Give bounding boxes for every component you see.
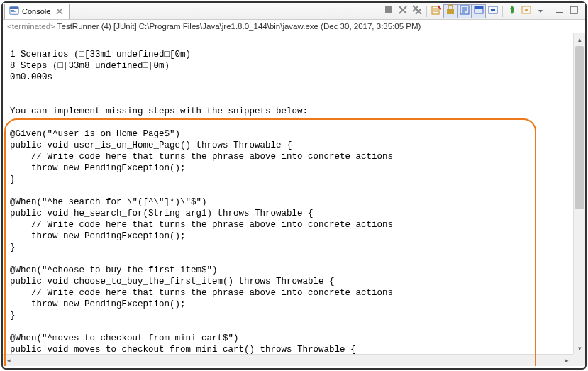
scroll-lock-icon: [445, 4, 456, 18]
svg-rect-4: [385, 6, 392, 13]
status-text: TestRunner (4) [JUnit] C:\Program Files\…: [55, 22, 421, 31]
toolbar-separator: [426, 6, 427, 17]
maximize-button[interactable]: [567, 4, 581, 18]
pin-button[interactable]: [505, 4, 519, 18]
toolbar-separator: [502, 6, 503, 17]
display-selected-icon: [521, 4, 532, 18]
word-wrap-button[interactable]: [457, 4, 472, 18]
close-icon[interactable]: [55, 6, 65, 16]
scroll-left-icon[interactable]: ◂: [3, 355, 15, 366]
remove-terminated-button[interactable]: [396, 4, 410, 18]
terminated-label: <terminated>: [7, 22, 55, 31]
remove-all-icon: [411, 4, 423, 18]
svg-rect-9: [475, 6, 483, 9]
remove-all-button[interactable]: [410, 4, 424, 18]
scroll-lock-button[interactable]: [443, 4, 457, 18]
tab-title: Console: [22, 7, 50, 16]
show-console-button[interactable]: [472, 4, 486, 18]
minimize-icon: [554, 4, 565, 18]
vertical-scrollbar[interactable]: ▴ ▾: [573, 33, 585, 354]
remove-terminated-icon: [397, 4, 409, 18]
word-wrap-icon: [459, 4, 470, 18]
minimize-button[interactable]: [553, 4, 567, 18]
svg-point-12: [525, 9, 528, 11]
terminate-icon: [383, 4, 394, 18]
scroll-corner: [573, 354, 585, 366]
scroll-down-icon[interactable]: ▾: [574, 342, 585, 354]
horizontal-scrollbar[interactable]: ◂ ▸: [3, 354, 573, 366]
scroll-thumb[interactable]: [575, 46, 584, 209]
status-line: <terminated> TestRunner (4) [JUnit] C:\P…: [3, 20, 585, 33]
pin-icon: [506, 4, 518, 18]
dropdown-arrow-icon[interactable]: [533, 4, 548, 18]
show-stdout-button[interactable]: [486, 4, 500, 18]
console-icon: [9, 6, 19, 17]
toolbar-separator: [550, 6, 550, 17]
scroll-right-icon[interactable]: ▸: [561, 355, 573, 366]
svg-rect-3: [11, 11, 16, 12]
tab-console[interactable]: Console: [4, 4, 70, 19]
console-output[interactable]: 1 Scenarios (□[33m1 undefined□[0m) 8 Ste…: [3, 33, 585, 366]
svg-rect-13: [556, 12, 563, 13]
toolbar: [382, 4, 584, 18]
clear-console-button[interactable]: [429, 4, 443, 18]
svg-rect-1: [10, 7, 18, 9]
svg-rect-2: [11, 10, 14, 11]
scroll-up-icon[interactable]: ▴: [574, 33, 585, 45]
show-console-icon: [473, 4, 484, 18]
show-stdout-icon: [487, 4, 499, 18]
svg-rect-14: [570, 6, 577, 13]
maximize-icon: [568, 4, 579, 18]
svg-rect-6: [447, 9, 454, 14]
tab-bar: Console: [3, 3, 585, 20]
clear-console-icon: [431, 4, 442, 18]
display-selected-button[interactable]: [519, 4, 533, 18]
terminate-button[interactable]: [382, 4, 396, 18]
console-area: 1 Scenarios (□[33m1 undefined□[0m) 8 Ste…: [3, 33, 585, 366]
